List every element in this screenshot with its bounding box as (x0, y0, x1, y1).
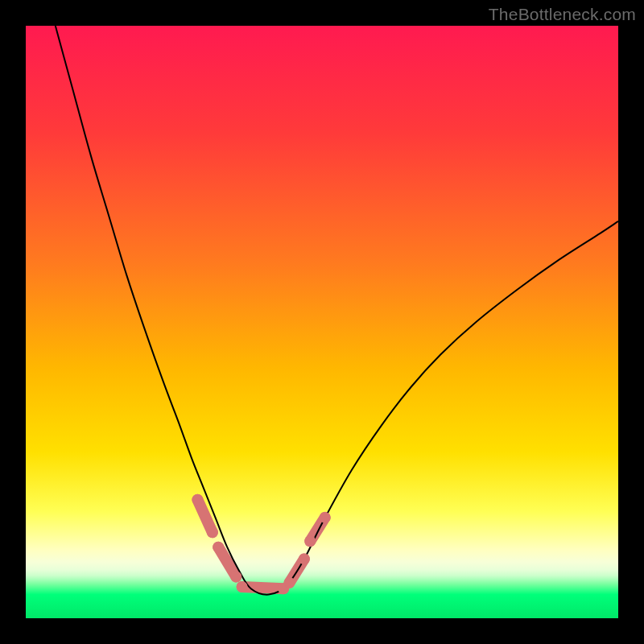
svg-point-6 (192, 494, 203, 506)
svg-point-13 (299, 553, 310, 564)
svg-point-7 (207, 526, 218, 538)
svg-point-9 (230, 571, 242, 582)
svg-point-14 (304, 535, 316, 547)
svg-point-15 (320, 512, 331, 523)
chart-svg (26, 26, 618, 618)
svg-point-12 (284, 577, 295, 588)
plot-area (26, 26, 618, 618)
svg-point-10 (237, 581, 248, 592)
svg-point-8 (213, 542, 224, 553)
chart-frame: TheBottleneck.com (0, 0, 644, 644)
watermark-text: TheBottleneck.com (489, 5, 636, 24)
